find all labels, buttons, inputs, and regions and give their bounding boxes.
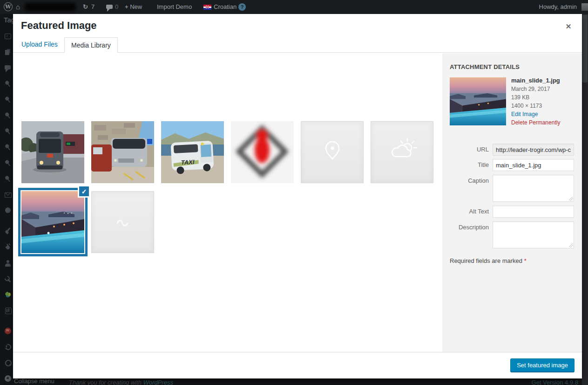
logo-image [231,121,294,183]
attachment-filesize: 139 KB [511,93,576,102]
url-field[interactable] [493,144,574,156]
bus-wall-photo [91,121,154,183]
featured-image-modal: Featured Image ✕ Upload Files Media Libr… [13,14,582,378]
media-item-placeholder-wave[interactable] [91,191,154,253]
media-item-bus-front[interactable] [21,121,84,183]
required-note-text: Required fields are marked [450,257,522,264]
howdy-account-menu[interactable]: Howdy, admin [539,0,577,14]
edit-image-link[interactable]: Edit Image [511,110,576,118]
updates-icon[interactable]: ↻ [83,0,88,14]
seo-icon[interactable] [4,291,12,298]
media-router: Upload Files Media Library [13,37,582,53]
pin-icon-6[interactable] [3,158,13,168]
media-item-placeholder-weather[interactable] [371,121,433,183]
tab-upload-files[interactable]: Upload Files [21,41,58,48]
plus-icon: + [125,3,128,10]
updates-count[interactable]: 7 [91,0,95,14]
appearance-brush-icon[interactable] [4,227,12,235]
pin-icon-1[interactable] [3,79,13,89]
pin-icon-5[interactable] [3,142,13,152]
caption-label: Caption [442,177,489,184]
sunset-pool-thumb [450,77,506,125]
title-field[interactable] [493,159,574,171]
media-item-logo-blurred[interactable] [231,121,294,183]
page-footer-strip: Thank you for creating with WordPress Ge… [61,378,582,385]
pin-icon-4[interactable] [3,126,13,137]
collapse-menu-label[interactable]: Collapse menu [14,378,54,385]
required-star: * [524,257,527,264]
new-label: New [130,3,142,10]
pin-icon-2[interactable] [3,95,13,105]
comments-count: 0 [115,0,118,14]
wordpress-logo-icon[interactable]: W [4,2,13,11]
description-field[interactable] [493,221,574,248]
url-label: URL [442,146,489,153]
help-icon: ? [238,3,246,11]
title-label: Title [442,161,489,168]
footer-version-link[interactable]: Get Version 4.9.8 [532,379,578,385]
delete-permanently-link[interactable]: Delete Permanently [511,118,576,127]
media-item-sunset-pool-selected[interactable]: ✓ [21,191,84,253]
modal-title: Featured Image [21,20,97,32]
users-icon[interactable] [4,260,12,267]
flag-icon [203,5,211,10]
taxi-van-photo: TAXI [161,121,224,183]
check-icon[interactable]: ✓ [78,186,89,198]
import-demo-button[interactable]: Import Demo [157,0,192,14]
language-label[interactable]: Croatian [214,0,237,14]
attachment-meta: main_slide_1.jpg March 29, 2017 139 KB 1… [511,76,576,127]
new-button[interactable]: + New [125,0,142,14]
globe-icon[interactable] [4,206,12,214]
tab-media-library[interactable]: Media Library [64,37,118,53]
set-featured-image-button[interactable]: Set featured image [510,358,574,372]
settings-sliders-icon[interactable] [4,307,12,314]
pin-icon-3[interactable] [3,110,13,121]
alt-text-field[interactable] [493,206,574,218]
media-icon[interactable] [4,32,12,40]
scrollbar-thumb[interactable] [582,15,588,82]
media-item-placeholder-pin[interactable] [301,121,364,183]
attachment-thumbnail[interactable] [450,77,506,125]
close-icon[interactable]: ✕ [563,21,574,32]
pin-icon-7[interactable] [3,174,13,184]
alt-text-label: Alt Text [442,208,489,215]
plugin-badge-icon[interactable] [4,327,12,335]
admin-bar: W ⌂ ↻ 7 0 + New Import Demo Croatian ? H… [0,0,588,14]
comments-icon[interactable] [4,64,12,71]
attachment-date: March 29, 2017 [511,85,576,93]
required-fields-note: Required fields are marked * [450,257,527,264]
footer-thanks-text: Thank you for creating with WordPress [69,379,173,385]
plugins-icon[interactable] [4,243,12,251]
pages-icon[interactable] [4,48,12,55]
bus-front-photo [21,121,84,183]
collapse-menu-icon[interactable] [4,375,12,382]
site-name-blurred[interactable] [25,3,76,11]
cloud-sun-icon [371,122,434,184]
tools-wrench-icon[interactable] [4,275,12,283]
page-scrollbar [582,14,588,385]
caption-field[interactable] [493,175,574,202]
wordpress-link[interactable]: WordPress [143,379,173,385]
wave-icon [92,192,155,254]
help-button[interactable]: ? [238,0,247,14]
comments-icon[interactable] [106,0,115,14]
sunset-pool-photo [21,191,84,253]
attachment-details-heading: ATTACHMENT DETAILS [450,63,520,70]
media-item-bus-wall[interactable] [91,121,154,183]
screen: Tag Collapse menu Thank you for creating… [0,0,588,385]
home-icon[interactable]: ⌂ [16,0,20,14]
description-label: Description [442,224,489,231]
media-grid: TAXI [13,53,442,352]
attachment-filename: main_slide_1.jpg [511,76,576,85]
comment-bubble-icon [106,5,113,9]
location-pin-icon [301,122,364,184]
modal-footer: Set featured image [13,352,582,378]
avatar[interactable] [581,3,588,11]
attachment-details-panel: ATTACHMENT DETAILS [442,53,582,352]
support-icon[interactable] [4,359,12,366]
svg-text:TAXI: TAXI [181,158,195,166]
media-item-taxi-van[interactable]: TAXI [161,121,224,183]
updates-refresh-icon[interactable] [4,343,12,351]
croatian-flag-icon[interactable] [203,0,212,14]
mail-icon[interactable] [4,191,12,199]
